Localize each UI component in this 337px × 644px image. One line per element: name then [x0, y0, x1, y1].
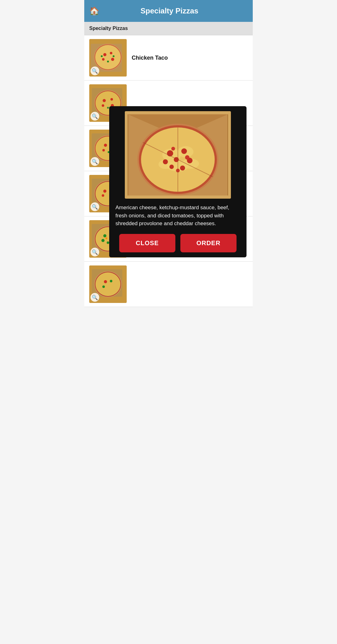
- svg-point-49: [101, 239, 105, 242]
- pizza-thumb-container: 🔍: [89, 265, 127, 303]
- svg-point-7: [110, 52, 112, 54]
- svg-point-30: [102, 149, 105, 151]
- svg-point-51: [107, 241, 109, 244]
- svg-point-81: [171, 147, 175, 151]
- svg-point-52: [105, 237, 107, 239]
- pizza-detail-modal: American cheese, ketchup-mustard sauce, …: [109, 106, 247, 257]
- svg-point-80: [180, 166, 185, 171]
- list-item: 🔍: [84, 262, 253, 307]
- svg-point-9: [111, 58, 114, 61]
- svg-point-40: [102, 194, 104, 197]
- order-button[interactable]: ORDER: [180, 234, 237, 252]
- svg-point-8: [102, 58, 105, 61]
- svg-point-19: [110, 98, 113, 101]
- svg-point-18: [103, 99, 106, 102]
- zoom-icon[interactable]: 🔍: [90, 293, 99, 302]
- header-title: Specialty Pizzas: [103, 7, 236, 15]
- zoom-icon[interactable]: 🔍: [90, 202, 99, 211]
- svg-point-6: [103, 53, 106, 56]
- zoom-icon[interactable]: 🔍: [90, 248, 99, 256]
- modal-pizza-image: [125, 111, 231, 199]
- svg-point-10: [107, 61, 109, 62]
- close-button[interactable]: CLOSE: [119, 234, 175, 252]
- home-icon[interactable]: 🏠: [89, 6, 99, 16]
- svg-point-47: [103, 234, 106, 237]
- breadcrumb: Specialty Pizzas: [84, 22, 253, 35]
- svg-point-20: [102, 104, 104, 107]
- svg-point-82: [185, 155, 189, 160]
- zoom-icon[interactable]: 🔍: [90, 157, 99, 166]
- svg-point-22: [107, 107, 109, 109]
- svg-point-60: [102, 285, 105, 288]
- svg-point-11: [101, 55, 103, 57]
- zoom-icon[interactable]: 🔍: [90, 112, 99, 121]
- list-item: 🔍 Chicken Taco: [84, 35, 253, 81]
- svg-point-12: [113, 55, 115, 57]
- modal-buttons: CLOSE ORDER: [114, 234, 242, 252]
- svg-point-28: [104, 144, 107, 147]
- svg-point-38: [103, 190, 106, 193]
- svg-point-5: [95, 45, 121, 69]
- svg-point-79: [169, 165, 174, 169]
- svg-point-57: [95, 272, 120, 296]
- app-header: 🏠 Specialty Pizzas: [84, 0, 253, 22]
- svg-point-77: [163, 159, 168, 164]
- modal-description: American cheese, ketchup-mustard sauce, …: [114, 204, 242, 228]
- svg-point-58: [104, 280, 107, 283]
- zoom-icon[interactable]: 🔍: [90, 67, 99, 75]
- pizza-thumb-container: 🔍: [89, 39, 127, 77]
- svg-point-75: [181, 148, 187, 154]
- pizza-name: Chicken Taco: [132, 55, 168, 61]
- svg-point-59: [110, 280, 112, 282]
